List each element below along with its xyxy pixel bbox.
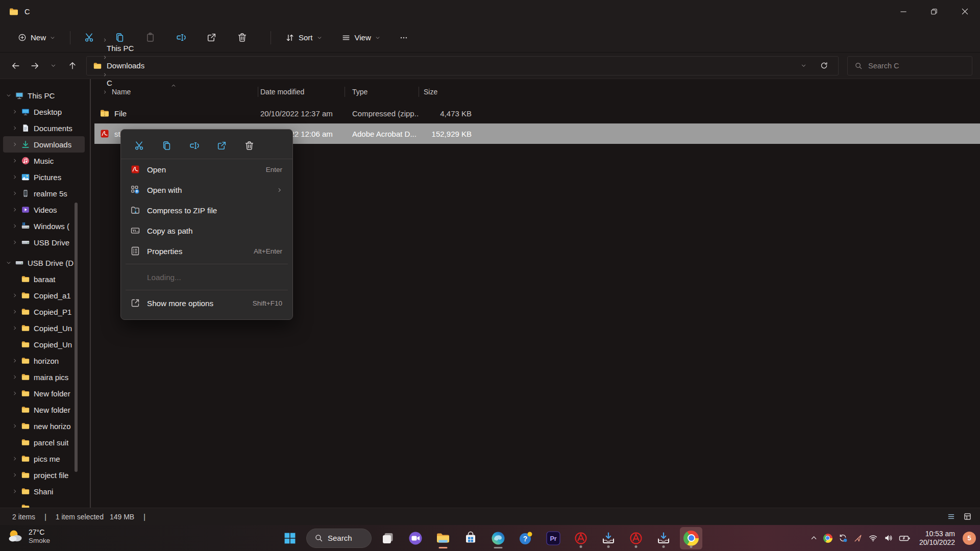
search-box[interactable]: Search C	[847, 56, 972, 76]
taskbar-app-app-red-a[interactable]	[570, 527, 592, 549]
delete-quick-button[interactable]	[237, 136, 261, 156]
sidebar-item-pics-me[interactable]: pics me	[3, 450, 85, 467]
sidebar-scrollbar[interactable]	[75, 203, 78, 472]
menu-item-show-more-options[interactable]: Show more optionsShift+F10	[121, 293, 292, 313]
address-dropdown-button[interactable]	[795, 57, 812, 75]
sort-button[interactable]: Sort	[279, 29, 328, 47]
taskbar-app-premiere-pro[interactable]: Pr	[542, 527, 565, 549]
taskbar-clock[interactable]: 10:53 am 20/10/2022	[919, 530, 955, 547]
taskbar-app-downloads-app-2[interactable]	[652, 527, 675, 549]
tray-chevron-up-icon[interactable]	[810, 534, 818, 542]
chevron-up-icon	[810, 534, 818, 542]
taskbar-app-microsoft-store[interactable]	[459, 527, 482, 549]
thumbnails-view-button[interactable]	[962, 511, 973, 522]
column-header-name[interactable]: Name	[94, 83, 258, 101]
taskbar-app-chrome[interactable]	[680, 527, 702, 549]
sidebar-item-new-horizo[interactable]: new horizo	[3, 418, 85, 434]
share-quick-button[interactable]	[210, 136, 233, 156]
sidebar-item-usb-drive[interactable]: USB Drive	[3, 234, 85, 251]
taskbar-app-task-view[interactable]	[377, 527, 399, 549]
taskbar-app-file-explorer[interactable]	[432, 527, 454, 549]
sidebar-item-copied-p1[interactable]: Copied_P1	[3, 304, 85, 320]
cut-quick-button[interactable]	[127, 136, 151, 156]
taskbar-app-app-red-a-2[interactable]	[625, 527, 647, 549]
view-button[interactable]: View	[335, 29, 386, 47]
menu-item-copy-as-path[interactable]: Copy as path	[121, 220, 292, 241]
sidebar-item-music[interactable]: Music	[3, 153, 85, 169]
selection-count: 1 item selected	[56, 513, 104, 521]
rename-button[interactable]	[170, 29, 191, 47]
back-button[interactable]	[6, 57, 25, 75]
chevron-down-icon	[801, 63, 806, 68]
share-button[interactable]	[201, 29, 222, 47]
column-header-type[interactable]: Type	[345, 83, 419, 101]
sidebar-item-baraat[interactable]: baraat	[3, 271, 85, 287]
tray-battery-icon[interactable]	[899, 533, 911, 543]
sidebar-item-pictures[interactable]: Pictures	[3, 169, 85, 185]
column-header-size[interactable]: Size	[419, 83, 475, 101]
sidebar-item-desktop[interactable]: Desktop	[3, 104, 85, 120]
tray-remote-arrow-icon[interactable]	[853, 534, 863, 543]
forward-button[interactable]	[25, 57, 44, 75]
refresh-button[interactable]	[816, 57, 832, 75]
minimize-button[interactable]	[888, 0, 919, 23]
menu-item-properties[interactable]: PropertiesAlt+Enter	[121, 241, 292, 261]
sidebar-item-realme-5s[interactable]: realme 5s	[3, 185, 85, 202]
taskbar-app-start[interactable]	[279, 527, 301, 549]
tray-sync-icon[interactable]	[838, 533, 848, 543]
taskbar-app-get-help[interactable]: ?	[514, 527, 537, 549]
tray-wifi-icon[interactable]	[868, 533, 878, 543]
menu-item-open[interactable]: OpenEnter	[121, 159, 292, 180]
cut-button[interactable]	[79, 29, 99, 47]
sidebar-item-copied-un[interactable]: Copied_Un	[3, 336, 85, 353]
sidebar-item-downloads[interactable]: Downloads	[3, 136, 85, 153]
chevron-right-icon	[12, 456, 17, 461]
breadcrumb-item-downloads[interactable]: Downloads	[102, 61, 149, 70]
sidebar-item-windows[interactable]: Windows (	[3, 218, 85, 234]
restore-button[interactable]	[919, 0, 949, 23]
tray-volume-icon[interactable]	[884, 533, 893, 543]
sidebar-item-this-pc[interactable]: This PC	[3, 87, 85, 104]
sort-button-label: Sort	[299, 33, 313, 42]
rename-quick-button[interactable]	[182, 136, 206, 156]
sidebar-item-usb-drive-d[interactable]: USB Drive (D	[3, 255, 85, 271]
delete-button[interactable]	[232, 29, 252, 47]
sidebar-item-copied-un[interactable]: Copied_Un	[3, 320, 85, 336]
new-button[interactable]: New	[11, 29, 62, 47]
sidebar-item-new-folder[interactable]: New folder	[3, 385, 85, 402]
sidebar-item-videos[interactable]: Videos	[3, 202, 85, 218]
back-arrow-icon	[11, 61, 20, 70]
copy-quick-button[interactable]	[155, 136, 178, 156]
menu-separator	[126, 290, 288, 290]
breadcrumb[interactable]: This PCDownloadsC	[86, 56, 839, 76]
taskbar-app-edge[interactable]	[487, 527, 509, 549]
chevron-right-icon	[12, 423, 17, 429]
sidebar-item-item[interactable]	[3, 499, 85, 508]
sidebar-item-shani[interactable]: Shani	[3, 483, 85, 499]
more-options-button[interactable]	[394, 29, 414, 47]
notification-badge[interactable]: 5	[963, 532, 976, 545]
taskbar-apps: Search?Pr	[279, 525, 702, 551]
taskbar-weather-widget[interactable]: 27°C Smoke	[7, 528, 50, 545]
taskbar-app-video-call[interactable]	[404, 527, 427, 549]
sidebar-item-project-file[interactable]: project file	[3, 467, 85, 483]
breadcrumb-item-this-pc[interactable]: This PC	[102, 44, 149, 53]
menu-item-open-with[interactable]: Open with	[121, 180, 292, 200]
recent-locations-button[interactable]	[44, 57, 63, 75]
file-row-file[interactable]: File20/10/2022 12:37 amCompressed (zipp.…	[94, 103, 980, 123]
sidebar-item-documents[interactable]: Documents	[3, 120, 85, 136]
sidebar-item-maira-pics[interactable]: maira pics	[3, 369, 85, 385]
up-button[interactable]	[63, 57, 82, 75]
taskbar-app-downloads-app[interactable]	[597, 527, 620, 549]
sidebar-item-parcel-suit[interactable]: parcel suit	[3, 434, 85, 450]
sidebar-item-copied-a1[interactable]: Copied_a1	[3, 287, 85, 304]
details-view-button[interactable]	[945, 511, 957, 522]
tray-chrome-icon[interactable]	[823, 534, 832, 543]
sidebar-item-new-folder[interactable]: New folder	[3, 402, 85, 418]
sidebar-item-label: Windows (	[34, 222, 69, 231]
column-header-date-modified[interactable]: Date modified	[258, 83, 345, 101]
close-button[interactable]	[949, 0, 980, 23]
sidebar-item-horizon[interactable]: horizon	[3, 353, 85, 369]
taskbar-search[interactable]: Search	[306, 529, 372, 548]
menu-item-compress-to-zip-file[interactable]: Compress to ZIP file	[121, 200, 292, 220]
